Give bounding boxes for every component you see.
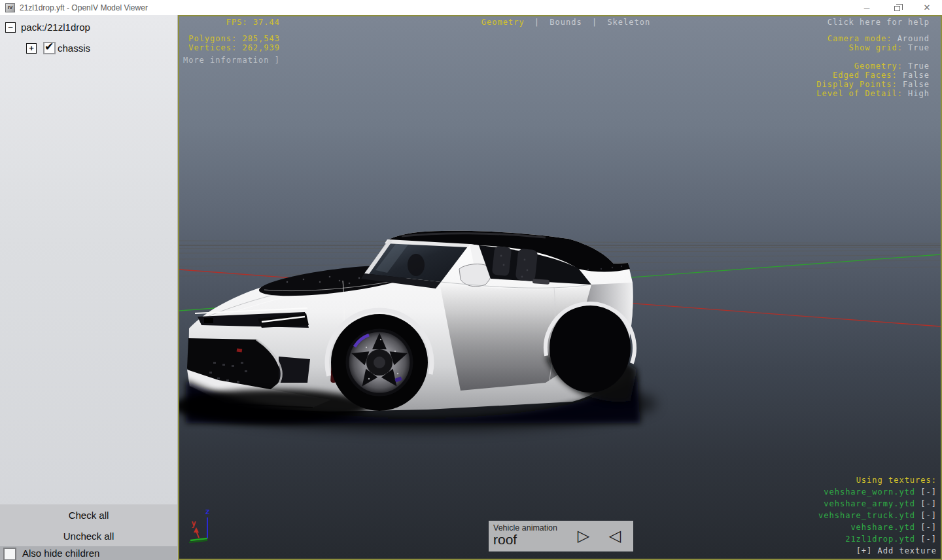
animation-name-input[interactable]: roof (493, 532, 517, 548)
texture-remove-button[interactable]: [-] (920, 499, 937, 508)
camera-mode-label: Camera mode: (828, 34, 892, 43)
texture-row: vehshare_army.ytd [-] (818, 498, 937, 510)
play-reverse-button[interactable]: ◁ (606, 525, 623, 547)
checkmark-icon: ✔ (44, 40, 54, 54)
app-icon: IV (5, 3, 15, 12)
camera-mode-value: Around (898, 34, 930, 43)
restore-icon (894, 6, 900, 11)
close-button[interactable]: ✕ (912, 0, 942, 15)
more-information-link[interactable]: [ More information ] (178, 56, 280, 65)
check-all-button[interactable]: Check all (0, 504, 177, 525)
polygons-label: Polygons: (188, 34, 237, 43)
minimize-button[interactable]: ─ (852, 0, 882, 15)
texture-remove-button[interactable]: [-] (920, 534, 937, 544)
main-content: − pack:/21zl1drop + ✔ chassis Check all … (0, 15, 942, 560)
also-hide-children-checkbox[interactable] (3, 548, 16, 560)
tab-skeleton[interactable]: Skeleton (607, 18, 650, 27)
textures-panel: Using textures: vehshare_worn.ytd [-] ve… (818, 474, 937, 557)
setting-edged-faces[interactable]: Edged Faces: False (816, 71, 930, 80)
fps-line: FPS: 37.44 (178, 18, 280, 27)
tab-separator: | (592, 18, 597, 27)
level-of-detail-value: High (908, 89, 930, 98)
reverse-play-icon: ◁ (609, 527, 621, 545)
show-grid-label: Show grid: (849, 43, 903, 52)
setting-level-of-detail[interactable]: Level of Detail: High (816, 89, 930, 98)
viewport: z y FPS: 37.44 Polygons: 285,543 Vertice… (178, 15, 942, 560)
tree-chassis-label: chassis (58, 43, 90, 54)
geometry-value: True (908, 61, 930, 71)
vertices-label: Vertices: (188, 43, 237, 52)
render-stats: FPS: 37.44 Polygons: 285,543 Vertices: 2… (178, 18, 280, 65)
chassis-checkbox[interactable]: ✔ (43, 42, 56, 54)
window-title: 21zl1drop.yft - OpenIV Model Viewer (20, 3, 148, 12)
texture-name[interactable]: vehshare.ytd (850, 523, 915, 532)
tree-panel-actions: Check all Uncheck all Also hide children (0, 504, 177, 560)
texture-remove-button[interactable]: [-] (920, 487, 937, 497)
titlebar: IV 21zl1drop.yft - OpenIV Model Viewer ─… (0, 0, 942, 15)
setting-show-grid[interactable]: Show grid: True (816, 43, 930, 52)
view-mode-tabs: Geometry | Bounds | Skeleton (481, 18, 650, 27)
texture-remove-button[interactable]: [-] (920, 523, 937, 532)
expand-toggle-icon[interactable]: + (26, 43, 37, 54)
play-forward-button[interactable]: ▷ (575, 525, 592, 547)
vehicle-animation-panel: Vehicle animation roof ▷ ◁ (489, 521, 633, 551)
display-points-value: False (903, 80, 930, 89)
tab-geometry[interactable]: Geometry (481, 18, 525, 27)
viewer-settings: Click here for help Camera mode: Around … (816, 18, 930, 98)
close-icon: ✕ (924, 3, 931, 12)
texture-row: 21zl1drop.ytd [-] (818, 533, 937, 545)
polygons-value: 285,543 (242, 34, 280, 43)
minimize-icon: ─ (864, 3, 870, 12)
geometry-label: Geometry: (854, 61, 903, 71)
texture-row: vehshare_worn.ytd [-] (818, 486, 937, 498)
tab-separator: | (534, 18, 540, 27)
model-tree-panel: − pack:/21zl1drop + ✔ chassis Check all … (0, 15, 178, 560)
textures-header: Using textures: (818, 474, 937, 486)
play-icon: ▷ (578, 527, 589, 545)
texture-row: vehshare_truck.ytd [-] (818, 510, 937, 521)
vertices-value: 262,939 (242, 43, 280, 52)
setting-camera-mode[interactable]: Camera mode: Around (816, 34, 930, 43)
texture-remove-button[interactable]: [-] (920, 511, 937, 520)
also-hide-children-row: Also hide children (0, 546, 177, 560)
axis-gizmo: z y (189, 507, 210, 542)
setting-display-points[interactable]: Display Points: False (816, 80, 930, 89)
display-points-label: Display Points: (816, 80, 897, 89)
add-texture-button[interactable]: [+] Add texture (818, 545, 937, 557)
texture-name[interactable]: vehshare_truck.ytd (818, 511, 915, 520)
restore-button[interactable] (882, 0, 912, 15)
texture-row: vehshare.ytd [-] (818, 521, 937, 533)
texture-name[interactable]: vehshare_army.ytd (824, 499, 915, 508)
setting-geometry[interactable]: Geometry: True (816, 61, 930, 71)
edged-faces-label: Edged Faces: (833, 71, 898, 80)
also-hide-children-label: Also hide children (22, 548, 99, 559)
help-link[interactable]: Click here for help (816, 18, 930, 27)
edged-faces-value: False (903, 71, 930, 80)
axis-y-label: y (191, 519, 196, 528)
fps-value: 37.44 (253, 18, 280, 27)
vertices-line: Vertices: 262,939 (178, 43, 280, 52)
tree-root-label: pack:/21zl1drop (21, 22, 90, 33)
tree-item-chassis[interactable]: + ✔ chassis (26, 42, 177, 54)
vehicle-animation-title: Vehicle animation (493, 523, 557, 533)
car-model (179, 231, 657, 431)
fps-label: FPS: (226, 18, 248, 27)
show-grid-value: True (908, 43, 930, 52)
level-of-detail-label: Level of Detail: (816, 89, 903, 98)
collapse-toggle-icon[interactable]: − (5, 22, 16, 33)
texture-name[interactable]: vehshare_worn.ytd (824, 487, 915, 497)
tree-item-root[interactable]: − pack:/21zl1drop (5, 22, 177, 33)
uncheck-all-button[interactable]: Uncheck all (0, 525, 177, 546)
tab-bounds[interactable]: Bounds (550, 18, 582, 27)
window-controls: ─ ✕ (852, 0, 942, 15)
openiv-model-viewer-window: IV 21zl1drop.yft - OpenIV Model Viewer ─… (0, 0, 942, 560)
polygons-line: Polygons: 285,543 (178, 34, 280, 43)
texture-name[interactable]: 21zl1drop.ytd (845, 534, 915, 544)
app-icon-text: IV (8, 5, 13, 10)
axis-z-label: z (205, 507, 209, 516)
